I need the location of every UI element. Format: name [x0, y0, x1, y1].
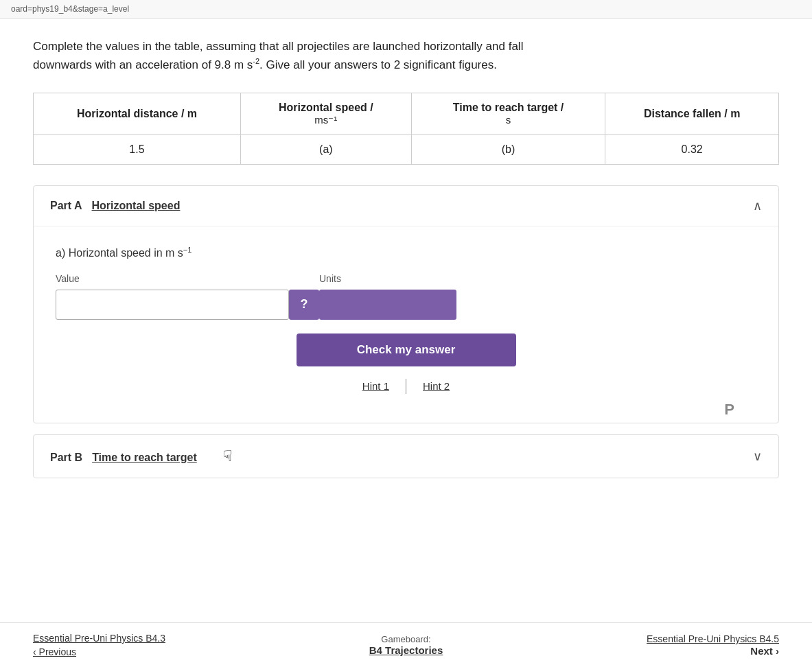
gameboard-title[interactable]: B4 Trajectories: [369, 644, 443, 656]
table-cell-fallen: 0.32: [605, 134, 779, 164]
part-a-section: Part A Horizontal speed ∧ a) Horizontal …: [33, 185, 779, 423]
part-a-subtitle: a) Horizontal speed in m s−1: [56, 246, 756, 259]
intro-line3: . Give all your answers to 2 significant…: [259, 58, 497, 71]
part-b-header[interactable]: Part B Time to reach target ☟ ∨: [34, 435, 778, 478]
p-badge: P: [724, 401, 734, 419]
col-header-1: Horizontal distance / m: [34, 93, 241, 134]
intro-line1: Complete the values in the table, assumi…: [33, 40, 523, 53]
part-a-body-wrapper: a) Horizontal speed in m s−1 Value ?: [56, 246, 756, 394]
url-text: oard=phys19_b4&stage=a_level: [11, 4, 129, 14]
table-cell-time: (b): [411, 134, 605, 164]
course-link-left[interactable]: Essential Pre-Uni Physics B4.3: [33, 633, 165, 644]
hint1-button[interactable]: Hint 1: [346, 380, 406, 392]
page-wrapper: oard=phys19_b4&stage=a_level Complete th…: [0, 0, 812, 667]
gameboard-label: Gameboard:: [369, 634, 443, 644]
intro-exponent: -2: [253, 57, 259, 65]
footer-center: Gameboard: B4 Trajectories: [369, 634, 443, 656]
part-b-section: Part B Time to reach target ☟ ∨: [33, 434, 779, 478]
input-row: Value ? Units: [56, 273, 756, 320]
part-a-header[interactable]: Part A Horizontal speed ∧: [34, 186, 778, 226]
table-cell-dist: 1.5: [34, 134, 241, 164]
units-input-field[interactable]: [319, 290, 456, 320]
footer: Essential Pre-Uni Physics B4.3 ‹ Previou…: [0, 622, 812, 667]
footer-left: Essential Pre-Uni Physics B4.3 ‹ Previou…: [33, 633, 165, 657]
prev-button[interactable]: ‹ Previous: [33, 646, 165, 657]
intro-text: Complete the values in the table, assumi…: [33, 38, 706, 73]
table-cell-speed: (a): [240, 134, 411, 164]
next-button[interactable]: Next ›: [750, 645, 779, 657]
units-group: Units: [319, 273, 456, 320]
col-header-4: Distance fallen / m: [605, 93, 779, 134]
footer-right: Essential Pre-Uni Physics B4.5 Next ›: [647, 633, 779, 657]
part-b-header-left: Part B Time to reach target ☟: [50, 447, 232, 465]
course-link-right[interactable]: Essential Pre-Uni Physics B4.5: [647, 633, 779, 644]
part-a-title: Horizontal speed: [92, 200, 181, 212]
part-a-label: Part A: [50, 200, 82, 212]
part-a-header-left: Part A Horizontal speed: [50, 200, 180, 212]
part-b-chevron: ∨: [753, 449, 762, 464]
col-header-2: Horizontal speed / ms⁻¹: [240, 93, 411, 134]
value-label: Value: [56, 273, 319, 284]
hint-row: Hint 1 Hint 2: [56, 379, 756, 394]
units-label: Units: [319, 273, 456, 284]
value-group: Value ?: [56, 273, 319, 320]
data-table: Horizontal distance / m Horizontal speed…: [33, 93, 779, 165]
question-button[interactable]: ?: [289, 290, 319, 320]
value-input[interactable]: [56, 290, 289, 320]
hand-icon: ☟: [223, 447, 232, 465]
part-b-label: Part B: [50, 452, 82, 464]
check-my-answer-button[interactable]: Check my answer: [297, 334, 516, 366]
intro-line2: downwards with an acceleration of 9.8 m …: [33, 58, 253, 71]
hint2-button[interactable]: Hint 2: [406, 380, 466, 392]
check-btn-row: Check my answer: [56, 334, 756, 366]
part-b-title: Time to reach target: [92, 452, 197, 464]
part-a-body: a) Horizontal speed in m s−1 Value ?: [34, 226, 778, 423]
main-content: Complete the values in the table, assumi…: [0, 19, 812, 495]
col-header-3: Time to reach target / s: [411, 93, 605, 134]
part-a-chevron: ∧: [753, 198, 762, 213]
url-bar: oard=phys19_b4&stage=a_level: [0, 0, 812, 19]
